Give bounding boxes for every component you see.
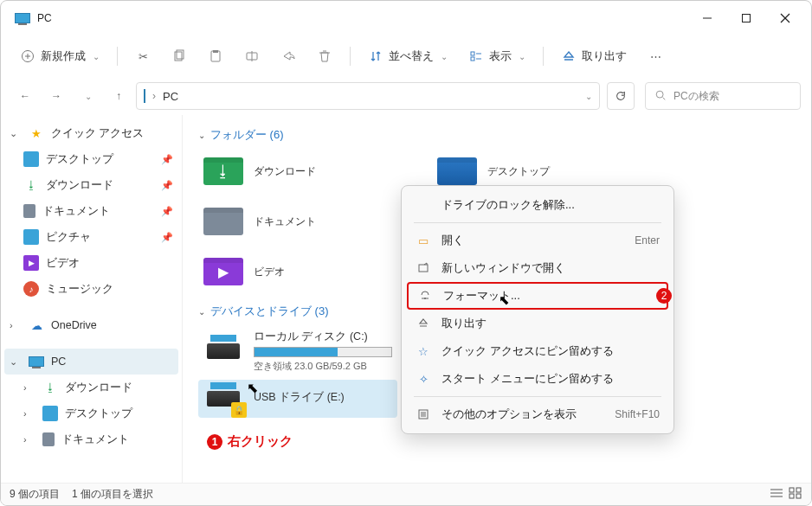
rename-button[interactable] bbox=[235, 43, 268, 69]
svg-rect-30 bbox=[789, 494, 794, 498]
ellipsis-icon: ⋯ bbox=[648, 48, 663, 64]
sidebar-item-desktop[interactable]: デスクトップ 📌 bbox=[4, 146, 178, 172]
eject-button[interactable]: 取り出す bbox=[552, 43, 635, 69]
folder-open-icon: ▭ bbox=[416, 234, 431, 247]
paste-button[interactable] bbox=[199, 43, 232, 69]
folder-item-documents[interactable]: ドキュメント bbox=[198, 200, 397, 243]
pin-icon: 📌 bbox=[161, 180, 173, 191]
sidebar-item-label: ビデオ bbox=[46, 256, 80, 271]
eject-icon bbox=[561, 48, 577, 64]
annotation-right-click: 1 右クリック bbox=[207, 433, 796, 450]
ctx-shortcut: Enter bbox=[635, 234, 660, 247]
desktop-folder-icon bbox=[437, 157, 477, 185]
share-icon bbox=[280, 48, 296, 64]
chevron-down-icon: ⌄ bbox=[519, 52, 525, 61]
drive-icon bbox=[203, 336, 243, 367]
eject-icon bbox=[416, 317, 431, 330]
svg-rect-19 bbox=[419, 265, 428, 272]
sort-label: 並べ替え bbox=[389, 48, 434, 64]
close-button[interactable] bbox=[765, 4, 804, 32]
sidebar-item-label: ドキュメント bbox=[61, 432, 129, 447]
up-button[interactable]: ↑ bbox=[105, 82, 132, 110]
ctx-item-more-options[interactable]: その他のオプションを表示 Shift+F10 bbox=[407, 400, 668, 428]
copy-button[interactable] bbox=[163, 43, 196, 69]
sidebar-item-pc[interactable]: ⌄ PC bbox=[4, 349, 178, 375]
svg-rect-31 bbox=[796, 494, 801, 498]
drive-item-local-disk[interactable]: ローカル ディスク (C:) 空き領域 23.0 GB/59.2 GB bbox=[198, 326, 397, 376]
chevron-right-icon: › bbox=[23, 382, 35, 393]
ctx-label: その他のオプションを表示 bbox=[441, 407, 577, 422]
breadcrumb-root[interactable]: PC bbox=[163, 90, 178, 103]
sidebar-item-label: デスクトップ bbox=[65, 407, 132, 421]
sidebar-item-pc-documents[interactable]: › ドキュメント bbox=[4, 426, 178, 452]
cut-icon: ✂ bbox=[135, 48, 151, 64]
sidebar-item-documents[interactable]: ドキュメント 📌 bbox=[4, 198, 178, 224]
ctx-item-unlock[interactable]: ドライブのロックを解除... bbox=[407, 191, 668, 219]
chevron-right-icon: › bbox=[23, 434, 35, 445]
sidebar-item-label: OneDrive bbox=[51, 319, 97, 331]
ctx-label: クイック アクセスにピン留めする bbox=[441, 343, 614, 359]
drive-name: USB ドライブ (E:) bbox=[254, 390, 392, 405]
maximize-button[interactable] bbox=[726, 4, 765, 32]
share-button[interactable] bbox=[272, 43, 305, 69]
cursor-icon: ⬉ bbox=[247, 380, 258, 396]
drive-item-usb[interactable]: USB ドライブ (E:) bbox=[198, 380, 397, 418]
back-button[interactable]: ← bbox=[11, 82, 39, 110]
ctx-label: ドライブのロックを解除... bbox=[441, 197, 575, 213]
minimize-button[interactable] bbox=[687, 4, 726, 32]
refresh-button[interactable] bbox=[607, 82, 635, 110]
view-icon bbox=[468, 48, 484, 64]
address-bar[interactable]: › PC ⌄ bbox=[136, 82, 600, 110]
forward-button[interactable]: → bbox=[42, 82, 70, 110]
chevron-down-icon: ⌄ bbox=[93, 52, 100, 61]
sidebar-item-onedrive[interactable]: › ☁ OneDrive bbox=[4, 312, 178, 338]
pin-icon: 📌 bbox=[161, 206, 173, 217]
toolbar: 新規作成 ⌄ ✂ 並べ替え ⌄ 表示 ⌄ 取り出す ⋯ bbox=[1, 35, 811, 77]
view-large-icons-button[interactable] bbox=[789, 487, 802, 502]
folder-item-videos[interactable]: ▶ ビデオ bbox=[198, 250, 397, 293]
sidebar-item-pc-desktop[interactable]: › デスクトップ bbox=[4, 400, 178, 426]
ctx-item-open[interactable]: ▭ 開く Enter bbox=[407, 227, 668, 254]
sidebar-item-downloads[interactable]: ⭳ ダウンロード 📌 bbox=[4, 172, 178, 198]
ctx-item-eject[interactable]: 取り出す bbox=[407, 310, 668, 337]
svg-rect-1 bbox=[742, 15, 750, 22]
svg-rect-29 bbox=[796, 488, 801, 492]
recent-button[interactable]: ⌄ bbox=[74, 82, 101, 110]
search-input[interactable]: PCの検索 bbox=[645, 82, 801, 110]
sidebar-item-videos[interactable]: ▶ ビデオ bbox=[4, 250, 178, 276]
desktop-icon bbox=[23, 151, 39, 167]
download-icon: ⭳ bbox=[23, 177, 39, 193]
sidebar-item-music[interactable]: ♪ ミュージック bbox=[4, 276, 178, 302]
folder-item-downloads[interactable]: ⭳ ダウンロード bbox=[198, 150, 397, 193]
ctx-item-pin-quick-access[interactable]: ☆ クイック アクセスにピン留めする bbox=[407, 337, 668, 365]
folder-label: ドキュメント bbox=[254, 215, 316, 229]
status-bar: 9 個の項目 1 個の項目を選択 bbox=[1, 483, 811, 505]
sort-button[interactable]: 並べ替え ⌄ bbox=[359, 43, 456, 69]
sidebar-item-quick-access[interactable]: ⌄ ★ クイック アクセス bbox=[4, 120, 178, 146]
ctx-item-pin-start[interactable]: ✧ スタート メニューにピン留めする bbox=[407, 365, 668, 393]
svg-rect-13 bbox=[471, 52, 474, 55]
group-header-label: デバイスとドライブ (3) bbox=[210, 304, 329, 319]
search-icon bbox=[654, 89, 667, 104]
drive-capacity-bar bbox=[254, 347, 392, 357]
ctx-item-open-new-window[interactable]: 新しいウィンドウで開く bbox=[407, 254, 668, 282]
chevron-down-icon: ⌄ bbox=[441, 52, 448, 61]
cut-button[interactable]: ✂ bbox=[126, 43, 159, 69]
group-header-label: フォルダー (6) bbox=[210, 127, 284, 143]
sidebar-item-pc-downloads[interactable]: › ⭳ ダウンロード bbox=[4, 375, 178, 400]
sidebar-item-label: ミュージック bbox=[46, 282, 113, 297]
chevron-down-icon[interactable]: ⌄ bbox=[585, 92, 592, 101]
copy-icon bbox=[171, 48, 187, 64]
download-icon: ⭳ bbox=[42, 380, 58, 395]
sidebar-item-pictures[interactable]: ピクチャ 📌 bbox=[4, 224, 178, 250]
group-header-folders[interactable]: ⌄ フォルダー (6) bbox=[198, 127, 796, 143]
document-icon bbox=[42, 432, 55, 446]
new-button[interactable]: 新規作成 ⌄ bbox=[11, 43, 108, 69]
sidebar: ⌄ ★ クイック アクセス デスクトップ 📌 ⭳ ダウンロード 📌 ドキュメント… bbox=[1, 115, 183, 484]
view-button[interactable]: 表示 ⌄ bbox=[460, 43, 534, 69]
more-button[interactable]: ⋯ bbox=[639, 43, 672, 69]
view-details-button[interactable] bbox=[770, 487, 783, 502]
ctx-item-format[interactable]: フォーマット... ⬉ 2 bbox=[407, 282, 668, 310]
document-icon bbox=[23, 204, 35, 218]
delete-button[interactable] bbox=[308, 43, 341, 69]
